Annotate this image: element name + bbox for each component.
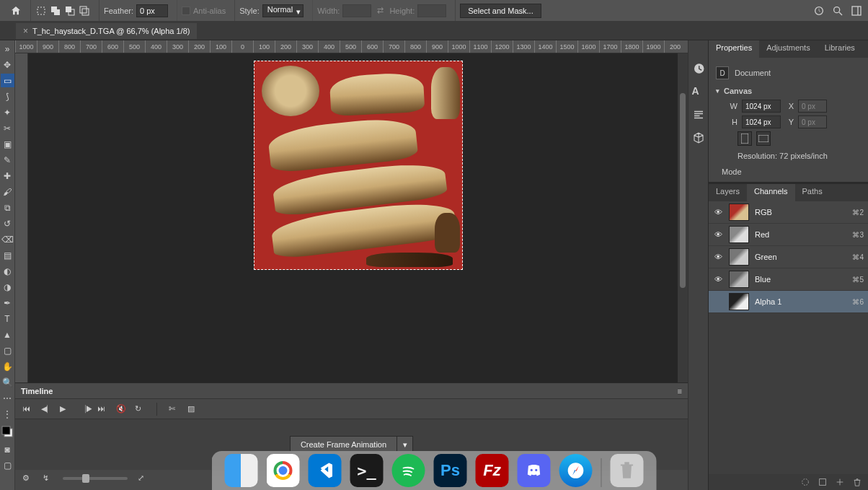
transition-icon[interactable]: ▨	[187, 404, 198, 414]
eyedropper-tool[interactable]: ✎	[1, 153, 14, 167]
channel-row[interactable]: 👁Green⌘4	[709, 246, 868, 268]
channel-row[interactable]: Alpha 1⌘6	[709, 291, 868, 313]
marquee-tool[interactable]: ▭	[1, 74, 14, 87]
channel-shortcut: ⌘2	[852, 209, 864, 216]
add-to-selection-icon[interactable]	[50, 5, 61, 17]
screen-mode-toggle[interactable]: ▢	[1, 458, 14, 472]
more-tools[interactable]: ⋯	[1, 391, 14, 405]
visibility-toggle-icon[interactable]: 👁	[713, 230, 723, 239]
channel-thumbnail	[729, 271, 749, 288]
resolution-label: Resolution:	[738, 152, 777, 160]
document-tab[interactable]: × T_hc_haystack_D.TGA @ 66,7% (Alpha 1/8…	[16, 23, 197, 39]
crop-tool[interactable]: ✂	[1, 121, 14, 135]
timeline-menu-icon[interactable]: ≡	[678, 387, 682, 395]
paragraph-panel-icon[interactable]	[692, 108, 705, 121]
style-select[interactable]: Normal ▾	[262, 4, 304, 17]
dock-app-vscode[interactable]	[309, 454, 342, 487]
brush-tool[interactable]: 🖌	[1, 185, 14, 198]
dock-app-chrome[interactable]	[267, 454, 300, 487]
edit-toolbar[interactable]: ⋮	[1, 407, 14, 421]
selection-mode-icons	[30, 0, 94, 21]
loop-icon[interactable]: ↻	[135, 404, 145, 414]
orientation-portrait-button[interactable]	[738, 131, 752, 146]
clone-stamp-tool[interactable]: ⧉	[1, 201, 14, 214]
visibility-toggle-icon[interactable]: 👁	[713, 275, 723, 284]
tool-double-arrow-icon[interactable]: »	[1, 42, 14, 56]
channel-row[interactable]: 👁RGB⌘2	[709, 201, 868, 224]
search-icon[interactable]	[832, 5, 843, 17]
history-brush-tool[interactable]: ↺	[1, 216, 14, 230]
move-tool[interactable]: ✥	[1, 58, 14, 71]
zoom-tool[interactable]: 🔍	[1, 375, 14, 389]
subtract-selection-icon[interactable]	[64, 5, 76, 17]
split-clip-icon[interactable]: ✄	[169, 404, 179, 414]
3d-panel-icon[interactable]	[692, 131, 705, 144]
visibility-toggle-icon[interactable]: 👁	[713, 253, 723, 261]
delete-channel-icon[interactable]	[852, 477, 862, 487]
go-to-last-frame-icon[interactable]: ⏭	[97, 404, 107, 414]
svg-rect-5	[80, 6, 87, 13]
character-panel-icon[interactable]: A	[692, 85, 705, 98]
dock-app-safari[interactable]	[559, 454, 593, 487]
new-selection-icon[interactable]	[35, 5, 47, 17]
dock-app-photoshop[interactable]: Ps	[434, 454, 467, 487]
foreground-background-colors[interactable]	[1, 423, 14, 440]
play-icon[interactable]: ▶	[60, 404, 70, 414]
timeline-convert-icon[interactable]: ↯	[43, 473, 53, 484]
tab-adjustments[interactable]: Adjustments	[759, 40, 818, 58]
tab-properties[interactable]: Properties	[709, 40, 759, 58]
close-tab-icon[interactable]: ×	[23, 26, 28, 36]
visibility-toggle-icon[interactable]: 👁	[713, 208, 723, 216]
feather-input[interactable]	[136, 4, 168, 17]
eraser-tool[interactable]: ⌫	[1, 232, 14, 246]
load-selection-icon[interactable]	[800, 477, 810, 487]
ruler-tick: 200	[275, 40, 296, 53]
timeline-zoom-slider[interactable]	[63, 477, 128, 480]
dock-app-spotify[interactable]	[392, 454, 425, 487]
new-channel-icon[interactable]	[835, 477, 845, 487]
save-selection-icon[interactable]	[818, 477, 828, 487]
timeline-options-icon[interactable]: ⚙	[22, 473, 32, 484]
canvas-width-input[interactable]	[742, 100, 781, 113]
timeline-zoom-icon[interactable]: ⤢	[138, 473, 148, 484]
go-to-first-frame-icon[interactable]: ⏮	[22, 404, 32, 414]
dock-app-terminal[interactable]: >_	[350, 454, 384, 487]
history-panel-icon[interactable]	[692, 62, 705, 75]
orientation-landscape-button[interactable]	[756, 131, 771, 146]
shape-tool[interactable]: ▢	[1, 344, 14, 357]
quick-mask-toggle[interactable]: ◙	[1, 442, 14, 456]
channel-row[interactable]: 👁Blue⌘5	[709, 268, 868, 291]
dock-app-filezilla[interactable]: Fz	[476, 454, 509, 487]
dodge-tool[interactable]: ◑	[1, 280, 14, 294]
frame-tool[interactable]: ▣	[1, 137, 14, 151]
pen-tool[interactable]: ✒	[1, 296, 14, 310]
magic-wand-tool[interactable]: ✦	[1, 105, 14, 119]
intersect-selection-icon[interactable]	[79, 5, 90, 17]
anti-alias-checkbox	[182, 6, 190, 15]
dock-trash[interactable]	[611, 454, 644, 487]
healing-tool[interactable]: ✚	[1, 169, 14, 183]
tab-channels[interactable]: Channels	[747, 184, 794, 201]
workspace-icon[interactable]	[851, 5, 862, 17]
tab-paths[interactable]: Paths	[795, 184, 830, 201]
home-icon[interactable]	[10, 5, 22, 17]
cloud-sync-icon[interactable]	[813, 5, 825, 17]
hand-tool[interactable]: ✋	[1, 359, 14, 373]
type-tool[interactable]: T	[1, 312, 14, 325]
channel-row[interactable]: 👁Red⌘3	[709, 224, 868, 246]
dock-app-finder[interactable]	[225, 454, 258, 487]
go-to-prev-frame-icon[interactable]: ◀⎸	[41, 404, 51, 414]
audio-mute-icon[interactable]: 🔇	[116, 404, 126, 414]
select-and-mask-button[interactable]: Select and Mask...	[460, 4, 541, 18]
tab-layers[interactable]: Layers	[709, 184, 747, 201]
dock-app-discord[interactable]	[518, 454, 551, 487]
blur-tool[interactable]: ◐	[1, 264, 14, 278]
ruler-tick: 700	[80, 40, 102, 53]
canvas-height-input[interactable]	[742, 115, 781, 128]
path-select-tool[interactable]: ▲	[1, 328, 14, 341]
gradient-tool[interactable]: ▤	[1, 248, 14, 262]
canvas-section-header[interactable]: ▾ Canvas	[716, 87, 861, 95]
go-to-next-frame-icon[interactable]: ⎹▶	[79, 404, 89, 414]
tab-libraries[interactable]: Libraries	[818, 40, 862, 58]
lasso-tool[interactable]: ⟆	[1, 89, 14, 103]
